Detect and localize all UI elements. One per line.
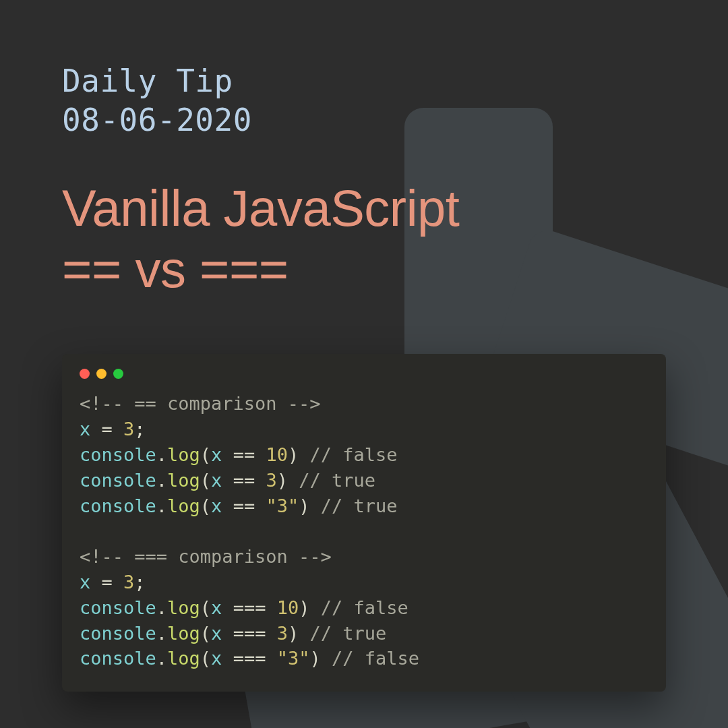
code-token: // false [299,444,397,465]
code-token: ( [200,623,211,644]
traffic-lights [80,369,648,379]
header-block: Daily Tip 08-06-2020 Vanilla JavaScript … [0,0,728,300]
code-token: x [80,419,90,439]
code-line: x = 3; [80,417,648,442]
code-token: === [222,597,276,618]
code-token: . [156,623,167,644]
code-token: console [80,470,156,491]
maximize-icon [113,369,123,379]
code-token: console [80,623,156,644]
code-token: ( [200,648,211,669]
code-token: ) [277,470,288,491]
code-token: 10 [277,597,299,618]
code-token: log [167,623,200,644]
code-token: x [211,444,222,465]
code-token: "3" [266,495,299,516]
code-line: console.log(x === "3") // false [80,646,648,671]
code-token: // false [309,597,408,618]
code-token: log [167,444,200,465]
code-line: console.log(x == 3) // true [80,468,648,493]
code-token: === [222,648,276,669]
code-token: ( [200,470,211,491]
minimize-icon [96,369,107,379]
page-title: Vanilla JavaScript == vs === [62,177,666,300]
code-token: console [80,597,156,618]
code-token: 10 [266,444,288,465]
code-token: <!-- === comparison --> [80,546,332,567]
code-token: // false [321,648,419,669]
code-token: ) [299,597,309,618]
code-token: ) [288,623,299,644]
code-token: ) [288,444,299,465]
close-icon [80,369,90,379]
code-token: . [156,495,167,516]
code-group: <!-- === comparison -->x = 3;console.log… [80,544,648,671]
code-token: x [211,597,222,618]
code-line: <!-- === comparison --> [80,544,648,570]
title-line-2: == vs === [62,241,289,298]
code-group: <!-- == comparison -->x = 3;console.log(… [80,391,648,518]
code-token: ; [134,572,145,593]
code-token: x [211,623,222,644]
code-token: . [156,648,167,669]
code-token: console [80,648,156,669]
code-window: <!-- == comparison -->x = 3;console.log(… [62,354,666,692]
eyebrow-line-1: Daily Tip [62,63,233,99]
code-token: == [222,444,266,465]
code-token: . [156,597,167,618]
code-token: . [156,470,167,491]
code-token: === [222,623,276,644]
code-token: "3" [277,648,310,669]
code-line: console.log(x == "3") // true [80,493,648,519]
code-token: // true [288,470,375,491]
code-token: 3 [266,470,276,491]
code-token: ( [200,597,211,618]
code-token: = [90,572,123,593]
code-token: ; [134,419,145,439]
code-token: log [167,495,200,516]
code-line: console.log(x === 10) // false [80,595,648,621]
code-token: log [167,470,200,491]
code-token: // true [299,623,386,644]
code-token: == [222,495,266,516]
code-token: x [211,470,222,491]
code-token: <!-- == comparison --> [80,393,321,414]
code-token: . [156,444,167,465]
code-token: 3 [277,623,288,644]
code-token: // true [309,495,397,516]
code-token: = [90,419,123,439]
code-token: x [211,648,222,669]
code-token: x [211,495,222,516]
title-line-1: Vanilla JavaScript [62,179,459,237]
code-line: console.log(x === 3) // true [80,621,648,646]
code-token: console [80,495,156,516]
code-token: x [80,572,90,593]
code-token: ( [200,444,211,465]
code-token: 3 [123,572,134,593]
code-token: log [167,597,200,618]
code-token: console [80,444,156,465]
eyebrow-line-2: 08-06-2020 [62,102,252,138]
code-token: ( [200,495,211,516]
eyebrow: Daily Tip 08-06-2020 [62,62,666,140]
code-token: 3 [123,419,134,439]
code-token: == [222,470,266,491]
code-line: x = 3; [80,570,648,595]
code-line: console.log(x == 10) // false [80,442,648,468]
code-token: ) [309,648,320,669]
code-snippet: <!-- == comparison -->x = 3;console.log(… [80,391,648,671]
code-token: ) [299,495,309,516]
code-line: <!-- == comparison --> [80,391,648,417]
code-token: log [167,648,200,669]
